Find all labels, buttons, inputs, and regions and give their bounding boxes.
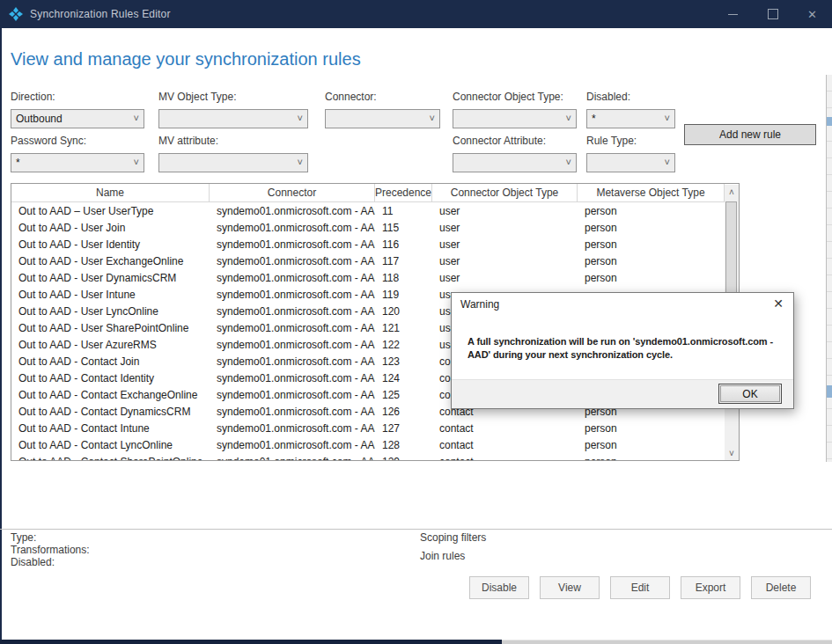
dialog-footer: OK (452, 379, 793, 408)
detail-join-rules-label: Join rules (420, 550, 465, 562)
filter-rule-type: Rule Type: ˅ (586, 135, 675, 172)
detail-disabled-label: Disabled: (11, 556, 55, 568)
close-button[interactable]: ✕ (792, 0, 832, 28)
app-logo-icon (9, 7, 23, 21)
table-cell: syndemo01.onmicrosoft.com - AAD (210, 238, 375, 251)
filter-connector-object-type: Connector Object Type: ˅ (453, 91, 577, 128)
taskbar-edge (502, 640, 832, 644)
table-cell: syndemo01.onmicrosoft.com - AAD (210, 222, 375, 234)
filter-disabled-select[interactable]: *˅ (586, 109, 675, 128)
table-cell: syndemo01.onmicrosoft.com - AAD (210, 422, 375, 435)
table-cell: contact (432, 456, 578, 462)
table-cell: 120 (375, 305, 432, 318)
table-cell: Out to AAD - User LyncOnline (11, 305, 210, 318)
details-divider (0, 529, 832, 530)
filter-mv-attribute-select[interactable]: ˅ (158, 153, 308, 172)
table-cell: 118 (375, 272, 432, 284)
table-cell: syndemo01.onmicrosoft.com - AAD (210, 372, 375, 384)
table-row[interactable]: Out to AAD - User Joinsyndemo01.onmicros… (11, 219, 739, 236)
filter-mv-object-type-label: MV Object Type: (158, 91, 308, 103)
filter-mv-object-type-select[interactable]: ˅ (158, 109, 308, 128)
table-cell: person (578, 255, 725, 267)
table-cell: Out to AAD - Contact Join (11, 355, 210, 368)
scrollbar-thumb[interactable] (725, 201, 737, 293)
table-row[interactable]: Out to AAD - User Identitysyndemo01.onmi… (11, 236, 739, 252)
table-cell: contact (432, 439, 578, 451)
filter-mv-attribute-label: MV attribute: (158, 135, 308, 147)
table-cell: syndemo01.onmicrosoft.com - AAD (210, 205, 375, 217)
table-cell: syndemo01.onmicrosoft.com - AAD (210, 272, 375, 284)
column-header-name[interactable]: Name (11, 184, 210, 201)
table-cell: 116 (375, 238, 432, 251)
table-cell: syndemo01.onmicrosoft.com - AAD (210, 305, 375, 318)
edit-button[interactable]: Edit (610, 576, 670, 599)
table-cell: Out to AAD - User AzureRMS (11, 339, 210, 351)
add-new-rule-button[interactable]: Add new rule (684, 124, 816, 145)
table-cell: Out to AAD - Contact Identity (11, 372, 210, 384)
table-row[interactable]: Out to AAD - Contact Intunesyndemo01.onm… (11, 420, 739, 436)
table-row[interactable]: Out to AAD - User ExchangeOnlinesyndemo0… (11, 252, 739, 269)
table-cell: Out to AAD - User Join (11, 222, 210, 234)
close-icon: ✕ (807, 8, 817, 21)
table-cell: Out to AAD - User ExchangeOnline (11, 255, 210, 267)
table-row[interactable]: Out to AAD - Contact SharePointOnlinesyn… (11, 453, 739, 461)
filter-mv-object-type: MV Object Type: ˅ (158, 91, 308, 128)
view-button[interactable]: View (540, 576, 600, 599)
table-cell: person (578, 238, 725, 251)
table-cell: contact (432, 422, 578, 435)
filter-direction: Direction: Outbound˅ (11, 91, 144, 128)
table-cell: syndemo01.onmicrosoft.com - AAD (210, 339, 375, 351)
table-cell: user (432, 238, 578, 251)
warning-dialog: Warning ✕ A full synchronization will be… (451, 292, 794, 409)
disable-button[interactable]: Disable (469, 576, 529, 599)
table-cell: 128 (375, 439, 432, 451)
table-cell: Out to AAD - Contact ExchangeOnline (11, 389, 210, 401)
table-cell: user (432, 272, 578, 284)
table-cell: 123 (375, 355, 432, 368)
ok-button[interactable]: OK (720, 385, 780, 402)
table-row[interactable]: Out to AAD - User DynamicsCRMsyndemo01.o… (11, 269, 739, 286)
table-cell: syndemo01.onmicrosoft.com - AAD (210, 255, 375, 267)
table-cell: Out to AAD - Contact DynamicsCRM (11, 406, 210, 418)
filter-rule-type-select[interactable]: ˅ (586, 153, 675, 172)
maximize-button[interactable] (753, 0, 792, 28)
filter-connector-select[interactable]: ˅ (325, 109, 440, 128)
delete-button[interactable]: Delete (751, 576, 811, 599)
table-cell: Out to AAD - Contact Intune (11, 422, 210, 435)
minimize-button[interactable] (713, 0, 753, 28)
filter-direction-select[interactable]: Outbound˅ (11, 109, 144, 128)
export-button[interactable]: Export (681, 576, 740, 599)
filter-password-sync-select[interactable]: *˅ (11, 153, 144, 172)
filter-connector-attribute-select[interactable]: ˅ (453, 153, 577, 172)
table-cell: 121 (375, 322, 432, 334)
table-row[interactable]: Out to AAD - Contact LyncOnlinesyndemo01… (11, 436, 739, 453)
scroll-up-icon[interactable]: ˄ (725, 185, 739, 200)
window-title: Synchronization Rules Editor (30, 8, 171, 20)
filter-rule-type-label: Rule Type: (586, 135, 675, 147)
table-cell: syndemo01.onmicrosoft.com - AAD (210, 355, 375, 368)
table-cell: 126 (375, 406, 432, 418)
table-cell: 119 (375, 289, 432, 301)
background-window-sliver (826, 75, 832, 462)
filter-connector-label: Connector: (325, 91, 440, 103)
table-cell: 11 (375, 205, 432, 217)
column-header-connector-object-type[interactable]: Connector Object Type (432, 184, 578, 201)
dialog-close-icon[interactable]: ✕ (773, 296, 784, 311)
filter-connector-object-type-select[interactable]: ˅ (453, 109, 577, 128)
filter-connector-attribute: Connector Attribute: ˅ (453, 135, 577, 172)
chevron-down-icon: ˅ (665, 157, 670, 167)
chevron-down-icon: ˅ (566, 157, 571, 167)
dialog-title: Warning (460, 298, 499, 311)
table-cell: syndemo01.onmicrosoft.com - AAD (210, 456, 375, 462)
minimize-icon (728, 14, 738, 15)
chevron-down-icon: ˅ (298, 157, 303, 167)
filter-password-sync-label: Password Sync: (11, 135, 144, 147)
table-cell: syndemo01.onmicrosoft.com - AAD (210, 389, 375, 401)
table-row[interactable]: Out to AAD – User UserTypesyndemo01.onmi… (11, 202, 739, 219)
column-header-precedence[interactable]: Precedence (375, 184, 432, 201)
column-header-connector[interactable]: Connector (210, 184, 375, 201)
column-header-metaverse-object-type[interactable]: Metaverse Object Type (578, 184, 725, 201)
table-cell: Out to AAD - Contact SharePointOnline (11, 456, 210, 462)
scroll-down-icon[interactable]: ˅ (725, 446, 739, 461)
dialog-message: A full synchronization will be run on 's… (468, 335, 781, 362)
